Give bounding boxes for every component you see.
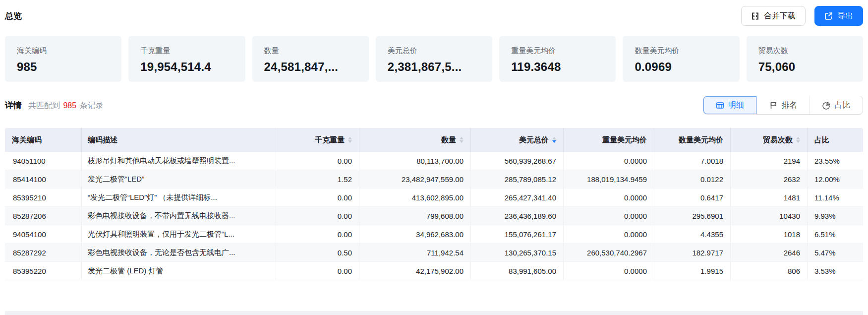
cell-usd: 560,939,268.67 <box>471 152 564 170</box>
cell-share: 23.55% <box>808 152 863 170</box>
table-row: 85395220发光二极管 (LED) 灯管0.0042,175,902.008… <box>5 262 863 280</box>
match-suffix: 条记录 <box>80 101 104 110</box>
cell-qty: 799,608.00 <box>359 207 471 225</box>
cell-kg: 0.00 <box>276 152 359 170</box>
stat-card: 数量24,581,847,... <box>252 36 369 82</box>
merge-download-button[interactable]: 合并下载 <box>741 6 806 26</box>
stat-card: 贸易次数75,060 <box>747 36 863 82</box>
stat-value: 985 <box>17 60 116 74</box>
sort-icon[interactable] <box>796 137 800 143</box>
stat-value: 24,581,847,... <box>264 60 364 74</box>
cell-trades: 2632 <box>731 170 808 189</box>
stat-label: 美元总价 <box>388 46 487 56</box>
cell-usd_per_kg: 0.0000 <box>564 207 654 225</box>
stat-label: 数量 <box>264 46 364 56</box>
cell-kg: 0.00 <box>276 225 359 244</box>
cell-share: 11.14% <box>808 189 863 207</box>
stat-value: 75,060 <box>758 60 858 74</box>
cell-usd_per_kg: 0.0000 <box>564 225 654 244</box>
cell-kg: 0.00 <box>276 262 359 280</box>
results-table-wrap: 海关编码编码描述千克重量数量美元总价重量美元均价数量美元均价贸易次数占比 940… <box>5 128 863 280</box>
sort-icon[interactable] <box>552 137 556 143</box>
column-header-trades[interactable]: 贸易次数 <box>731 128 808 152</box>
tab-detail[interactable]: 明细 <box>703 96 756 114</box>
table-body: 94051100枝形吊灯和其他电动天花板或墙壁照明装置...0.0080,113… <box>5 152 863 280</box>
cell-qty: 42,175,902.00 <box>359 262 471 280</box>
cell-code: 85395220 <box>5 262 82 280</box>
cell-share: 5.47% <box>808 244 863 262</box>
cell-trades: 806 <box>731 262 808 280</box>
cell-usd_per_qty: 1.9915 <box>654 262 731 280</box>
column-header-qty[interactable]: 数量 <box>359 128 471 152</box>
stat-value: 19,954,514.4 <box>140 60 240 74</box>
column-header-code: 海关编码 <box>5 128 82 152</box>
stat-value: 119.3648 <box>511 60 611 74</box>
export-label: 导出 <box>837 11 853 21</box>
cell-desc: 彩色电视接收设备，不带内置无线电接收器... <box>82 207 276 225</box>
topbar-actions: 合并下载 导出 <box>741 6 863 26</box>
cell-usd_per_kg: 188,019,134.9459 <box>564 170 654 189</box>
table-row: 85287292彩色电视接收设备，无论是否包含无线电广...0.50711,94… <box>5 244 863 262</box>
table-row: 94051100枝形吊灯和其他电动天花板或墙壁照明装置...0.0080,113… <box>5 152 863 170</box>
column-header-usd[interactable]: 美元总价 <box>471 128 564 152</box>
detail-bar: 详情 共匹配到 985 条记录 明细排名占比 <box>5 96 863 115</box>
sort-icon[interactable] <box>460 137 463 143</box>
cell-trades: 1481 <box>731 189 808 207</box>
view-tabs: 明细排名占比 <box>703 96 863 115</box>
cell-qty: 80,113,700.00 <box>359 152 471 170</box>
cell-kg: 0.00 <box>276 207 359 225</box>
table-icon <box>716 101 724 110</box>
export-button[interactable]: 导出 <box>814 6 863 26</box>
cell-usd_per_qty: 295.6901 <box>654 207 731 225</box>
cell-kg: 0.00 <box>276 189 359 207</box>
tab-ranking[interactable]: 排名 <box>756 96 810 114</box>
detail-left: 详情 共匹配到 985 条记录 <box>5 100 104 111</box>
page-title: 总览 <box>5 10 22 22</box>
cell-usd_per_kg: 0.0000 <box>564 262 654 280</box>
cell-trades: 10430 <box>731 207 808 225</box>
stat-value: 2,381,867,5... <box>388 60 487 74</box>
tab-share[interactable]: 占比 <box>810 96 863 114</box>
cell-usd_per_kg: 260,530,740.2967 <box>564 244 654 262</box>
cell-share: 9.93% <box>808 207 863 225</box>
stat-card: 海关编码985 <box>5 36 121 82</box>
table-row: 85287206彩色电视接收设备，不带内置无线电接收器...0.00799,60… <box>5 207 863 225</box>
tab-label: 排名 <box>782 100 798 111</box>
column-header-desc: 编码描述 <box>82 128 276 152</box>
sort-icon[interactable] <box>348 137 352 143</box>
cell-qty: 23,482,947,559.00 <box>359 170 471 189</box>
cell-share: 12.00% <box>808 170 863 189</box>
cell-usd_per_qty: 7.0018 <box>654 152 731 170</box>
cell-desc: 枝形吊灯和其他电动天花板或墙壁照明装置... <box>82 152 276 170</box>
cell-share: 6.51% <box>808 225 863 244</box>
cell-code: 85414100 <box>5 170 82 189</box>
results-table: 海关编码编码描述千克重量数量美元总价重量美元均价数量美元均价贸易次数占比 940… <box>5 128 863 280</box>
column-label: 贸易次数 <box>763 135 793 145</box>
flag-icon <box>769 101 778 110</box>
cell-usd: 155,076,261.17 <box>471 225 564 244</box>
cell-trades: 2194 <box>731 152 808 170</box>
topbar: 总览 合并下载 <box>5 6 863 26</box>
export-icon <box>824 12 833 20</box>
cell-share: 3.53% <box>808 262 863 280</box>
cell-trades: 1018 <box>731 225 808 244</box>
stat-card: 千克重量19,954,514.4 <box>128 36 245 82</box>
cell-qty: 711,942.54 <box>359 244 471 262</box>
cell-usd: 285,789,085.12 <box>471 170 564 189</box>
column-header-usd_per_qty: 数量美元均价 <box>654 128 731 152</box>
cell-trades: 2646 <box>731 244 808 262</box>
cell-code: 94054100 <box>5 225 82 244</box>
table-row: 85414100发光二极管“LED”1.5223,482,947,559.002… <box>5 170 863 189</box>
merge-download-label: 合并下载 <box>764 11 796 21</box>
cell-usd: 130,265,370.15 <box>471 244 564 262</box>
page: 总览 合并下载 <box>0 0 868 315</box>
cell-qty: 34,962,683.00 <box>359 225 471 244</box>
cell-desc: 发光二极管 (LED) 灯管 <box>82 262 276 280</box>
partial-next-row <box>5 311 863 315</box>
column-header-kg[interactable]: 千克重量 <box>276 128 359 152</box>
table-row: 94054100光伏灯具和照明装置，仅用于发光二极管“L...0.0034,96… <box>5 225 863 244</box>
tab-label: 明细 <box>728 100 744 111</box>
cell-usd_per_qty: 182.9717 <box>654 244 731 262</box>
cell-desc: 发光二极管“LED” <box>82 170 276 189</box>
tab-label: 占比 <box>835 100 851 111</box>
